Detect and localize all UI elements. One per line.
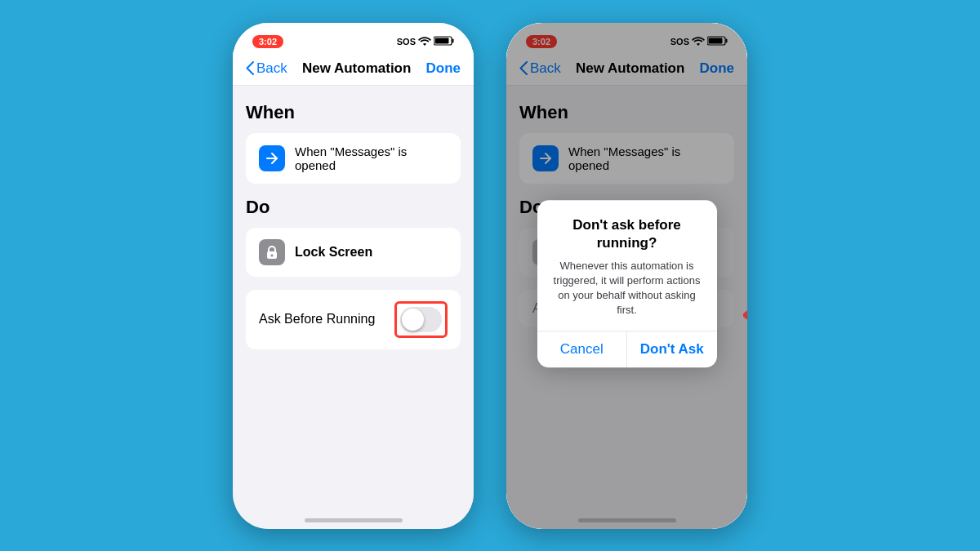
status-bar-left: 3:02 SOS (233, 23, 474, 54)
status-time-left: 3:02 (252, 35, 283, 48)
red-arrow-icon (743, 300, 747, 330)
dialog-body: Don't ask before running? Whenever this … (537, 200, 717, 331)
nav-title-left: New Automation (302, 60, 411, 77)
toggle-highlight (394, 301, 448, 338)
dialog: Don't ask before running? Whenever this … (537, 200, 717, 368)
toggle-knob-left (402, 309, 424, 331)
sos-label-left: SOS (397, 37, 416, 47)
do-title-left: Do (246, 197, 461, 218)
trigger-card-left[interactable]: When "Messages" is opened (246, 133, 461, 184)
cancel-button[interactable]: Cancel (537, 332, 628, 368)
dialog-buttons: Cancel Don't Ask (537, 331, 717, 368)
svg-marker-13 (743, 307, 747, 323)
ask-row-left: Ask Before Running (246, 290, 461, 349)
dont-ask-button[interactable]: Don't Ask (627, 332, 717, 368)
svg-rect-2 (435, 38, 449, 43)
nav-bar-left: Back New Automation Done (233, 54, 474, 86)
ask-toggle-left[interactable] (400, 307, 442, 332)
back-button-left[interactable]: Back (246, 60, 287, 77)
action-card-left[interactable]: Lock Screen (246, 228, 461, 277)
action-text-left: Lock Screen (295, 245, 372, 260)
phone-left: 3:02 SOS Back New Automation Done (233, 23, 474, 529)
when-title-left: When (246, 102, 461, 123)
trigger-text-left: When "Messages" is opened (295, 144, 448, 172)
svg-point-5 (271, 254, 274, 256)
dialog-title: Don't ask before running? (550, 216, 704, 252)
home-indicator-left (305, 518, 403, 522)
content-left: When When "Messages" is opened Do Lock S… (233, 86, 474, 366)
ask-label-left: Ask Before Running (259, 312, 375, 327)
svg-rect-1 (452, 38, 454, 42)
battery-icon-left (434, 34, 454, 49)
lock-icon-left (259, 239, 285, 265)
arrow-container (743, 300, 747, 333)
wifi-icon-left (418, 34, 431, 49)
done-button-left[interactable]: Done (426, 60, 461, 77)
phone-left-screen: 3:02 SOS Back New Automation Done (233, 23, 474, 529)
trigger-icon-left (259, 145, 285, 171)
dialog-message: Whenever this automation is triggered, i… (550, 259, 704, 318)
phone-right: 3:02 SOS Back New Automation Done (506, 23, 747, 529)
